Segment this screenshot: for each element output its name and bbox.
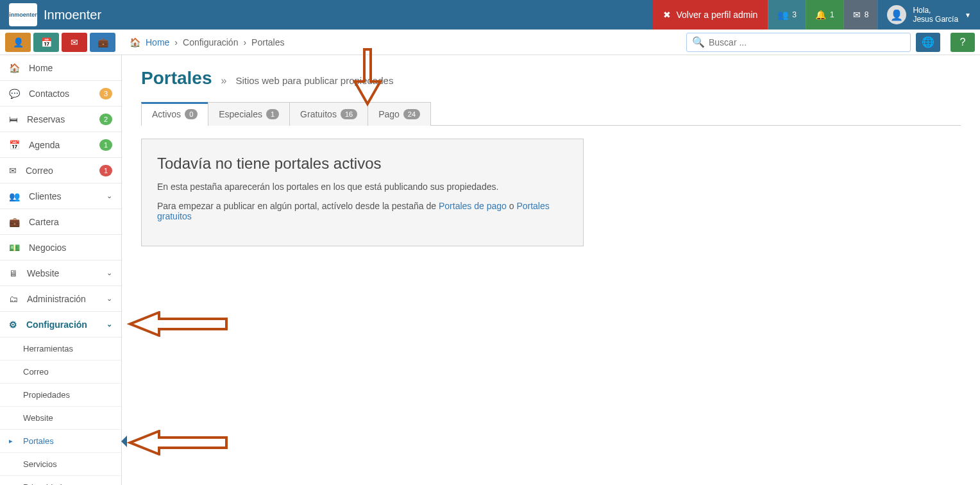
envelope-icon: ✉ [71, 37, 78, 47]
home-icon: 🏠 [130, 37, 140, 47]
chevron-down-icon: ⌄ [106, 269, 112, 277]
admin-label: Volver a perfil admin [676, 10, 757, 20]
question-icon: ? [960, 37, 966, 48]
tab-activos[interactable]: Activos0 [141, 102, 208, 126]
sidebar-sub-servicios[interactable]: Servicios [0, 453, 121, 476]
top-mail-button[interactable]: ✉ 8 [843, 0, 878, 30]
sidebar-item-negocios[interactable]: 💵Negocios [0, 235, 121, 260]
tab-count: 0 [185, 109, 198, 119]
tab-label: Especiales [219, 109, 262, 119]
annotation-arrow-left-1 [127, 311, 230, 337]
search-box[interactable]: 🔍 [686, 33, 911, 52]
sidebar-item-correo[interactable]: ✉Correo1 [0, 158, 121, 183]
admin-profile-button[interactable]: ✖ Volver a perfil admin [653, 0, 768, 30]
sidebar-sub-label: Propiedades [23, 390, 70, 400]
sidebar-item-contactos[interactable]: 💬Contactos3 [0, 81, 121, 106]
badge: 3 [99, 88, 112, 99]
breadcrumb-level1: Configuración [183, 37, 238, 47]
globe-icon: 🌐 [922, 36, 934, 48]
main-content: Portales » Sitios web para publicar prop… [122, 55, 980, 485]
close-icon: ✖ [663, 10, 671, 20]
badge: 1 [99, 139, 112, 151]
envelope-icon: ✉ [9, 166, 17, 176]
sidebar-sub-label: Herramientas [23, 344, 73, 353]
tab-count: 16 [341, 109, 357, 119]
user-name: Jesus García [913, 15, 958, 24]
search-input[interactable] [709, 37, 905, 47]
chevron-right-icon: › [174, 37, 178, 47]
topbar: inmoenter Inmoenter ✖ Volver a perfil ad… [0, 0, 980, 30]
tab-label: Pago [378, 109, 400, 119]
calendar-icon: 📅 [9, 140, 20, 150]
tab-especiales[interactable]: Especiales1 [208, 102, 290, 126]
sidebar-sub-portales[interactable]: Portales [0, 430, 121, 453]
globe-button[interactable]: 🌐 [916, 33, 940, 52]
bell-icon: 🔔 [815, 10, 826, 20]
panel-line1: En esta pestaña aparecerán los portales … [157, 182, 568, 192]
sidebar: 🏠Home 💬Contactos3 🛏Reservas2 📅Agenda1 ✉C… [0, 55, 122, 485]
mail-count: 8 [865, 10, 869, 19]
chevron-down-icon: ⌄ [106, 320, 112, 328]
sidebar-sub-label: Portales [23, 436, 54, 446]
desktop-icon: 🖥 [9, 268, 18, 278]
panel-text: Para empezar a publicar en algún portal,… [157, 201, 439, 211]
chevron-down-icon: ⌄ [106, 192, 112, 200]
top-users-button[interactable]: 👥 3 [768, 0, 806, 30]
sidebar-item-label: Reservas [27, 114, 65, 124]
envelope-icon: ✉ [853, 10, 861, 20]
panel-line2: Para empezar a publicar en algún portal,… [157, 201, 568, 221]
panel-text: o [507, 201, 517, 211]
sidebar-item-label: Administración [27, 294, 86, 304]
quick-user-button[interactable]: 👤 [5, 33, 31, 52]
money-icon: 💵 [9, 242, 20, 253]
raquo-icon: » [221, 75, 227, 87]
sidebar-item-label: Agenda [29, 140, 60, 150]
quick-briefcase-button[interactable]: 💼 [90, 33, 115, 52]
quick-calendar-button[interactable]: 📅 [33, 33, 59, 52]
tab-count: 1 [266, 109, 279, 119]
sidebar-sub-website[interactable]: Website [0, 407, 121, 430]
badge: 1 [99, 165, 112, 176]
sidebar-item-label: Cartera [29, 217, 59, 227]
sidebar-sub-label: Website [23, 413, 53, 423]
bed-icon: 🛏 [9, 114, 18, 124]
sidebar-sub-privacidad[interactable]: Privacidad [0, 476, 121, 485]
avatar: 👤 [887, 5, 906, 24]
help-button[interactable]: ? [950, 33, 975, 52]
briefcase-icon: 💼 [97, 37, 108, 47]
tabs: Activos0 Especiales1 Gratuitos16 Pago24 [141, 101, 961, 126]
sidebar-item-label: Correo [26, 166, 53, 176]
comment-icon: 💬 [9, 89, 20, 99]
sidebar-item-clientes[interactable]: 👥Clientes⌄ [0, 183, 121, 209]
breadcrumb-home[interactable]: Home [146, 37, 169, 47]
users-count: 3 [792, 10, 797, 19]
top-notifications-button[interactable]: 🔔 1 [806, 0, 843, 30]
sidebar-item-label: Contactos [29, 89, 69, 99]
sidebar-item-configuracion[interactable]: ⚙Configuración⌄ [0, 312, 121, 337]
sidebar-sub-propiedades[interactable]: Propiedades [0, 384, 121, 407]
empty-state-panel: Todavía no tiene portales activos En est… [141, 139, 584, 246]
tab-count: 24 [403, 109, 420, 119]
sidebar-item-home[interactable]: 🏠Home [0, 55, 121, 81]
link-portales-pago[interactable]: Portales de pago [439, 201, 507, 211]
badge: 2 [99, 114, 112, 125]
brand-name: Inmoenter [44, 8, 101, 22]
sidebar-item-administracion[interactable]: 🗂Administración⌄ [0, 286, 121, 312]
sidebar-item-label: Home [29, 63, 53, 73]
sidebar-item-agenda[interactable]: 📅Agenda1 [0, 132, 121, 158]
sidebar-item-website[interactable]: 🖥Website⌄ [0, 260, 121, 286]
sidebar-item-reservas[interactable]: 🛏Reservas2 [0, 106, 121, 132]
logo[interactable]: inmoenter [9, 3, 37, 26]
chevron-right-icon: › [243, 37, 246, 47]
sidebar-sub-herramientas[interactable]: Herramientas [0, 337, 121, 361]
sidebar-item-cartera[interactable]: 💼Cartera [0, 209, 121, 235]
user-menu[interactable]: 👤 Hola, Jesus García ▼ [877, 0, 980, 30]
calendar-icon: 📅 [41, 37, 52, 47]
quick-mail-button[interactable]: ✉ [62, 33, 87, 52]
user-plus-icon: 👤 [13, 37, 24, 47]
sidebar-sub-correo[interactable]: Correo [0, 361, 121, 384]
home-icon: 🏠 [9, 63, 20, 73]
page-title-row: Portales » Sitios web para publicar prop… [141, 68, 961, 89]
sidebar-item-label: Clientes [29, 191, 62, 201]
annotation-arrow-left-2 [127, 430, 230, 455]
